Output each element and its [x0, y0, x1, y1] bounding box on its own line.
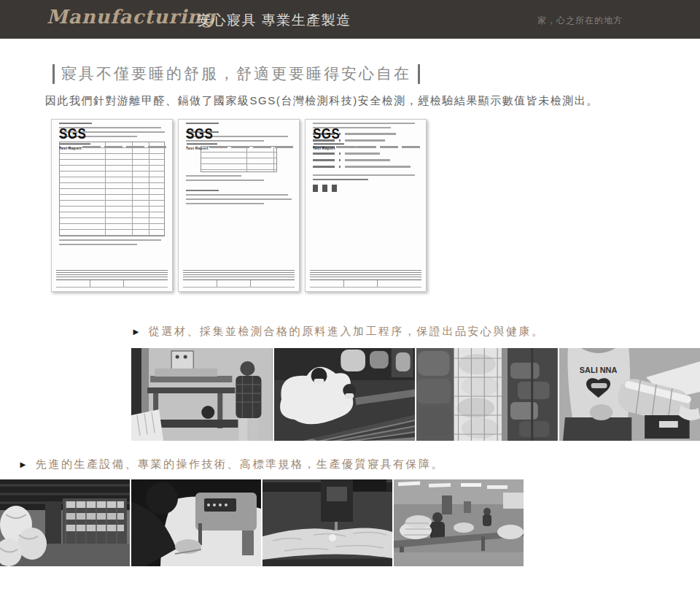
header-tagline: 家，心之所在的地方: [537, 15, 623, 27]
process-step-2-text: 先進的生產設備、專業的操作技術、高標準規格，生產優質寢具有保障。: [36, 458, 444, 471]
photo-weighing-wrapped-roll: SALI NNA: [559, 348, 700, 441]
heading-text: 寢具不僅要睡的舒服，舒適更要睡得安心自在: [61, 63, 411, 84]
section-description: 因此我們針對游離甲醛、鎘做了國家級SGS(台灣檢測科技)安全檢測，經檢驗結果顯示…: [45, 94, 599, 108]
photo-row-materials: SALI NNA: [131, 348, 700, 441]
arrow-icon: ►: [18, 459, 28, 470]
report-fine-print: [56, 269, 168, 288]
photo-quilting-machine: [262, 479, 392, 566]
sgs-logo: SGS: [313, 126, 340, 143]
photo-duvet-filling-workers: [274, 348, 416, 441]
analysis-table: [201, 146, 277, 172]
photo-warehouse-wrapped-rolls: [0, 479, 130, 566]
brand-script-logo: Manufacturing: [47, 6, 216, 28]
photo-quilt-pressing-machine: [131, 348, 273, 441]
photo-row-production: [0, 479, 524, 566]
heading-right-bar: [418, 64, 420, 84]
process-step-1-text: 從選材、採集並檢測合格的原料進入加工程序，保證出品安心與健康。: [149, 325, 545, 339]
report-header-meta: [82, 146, 166, 148]
header-title: 安心寢具 專業生產製造: [197, 11, 351, 30]
sgs-logo: SGS: [186, 126, 213, 143]
process-step-1: ► 從選材、採集並檢測合格的原料進入加工程序，保證出品安心與健康。: [131, 325, 544, 339]
sgs-logo: SGS: [59, 126, 86, 143]
sgs-certificates: SGS Test Report SGS Test Report: [51, 119, 427, 292]
report-fine-print: [310, 269, 421, 288]
process-step-2: ► 先進的生產設備、專業的操作技術、高標準規格，生產優質寢具有保障。: [18, 458, 444, 471]
test-report-label: Test Report: [186, 146, 209, 150]
sgs-test-report-3: SGS Test Report: [305, 119, 427, 292]
heading-left-bar: [52, 64, 55, 84]
section-heading: 寢具不僅要睡的舒服，舒適更要睡得安心自在: [52, 63, 420, 84]
test-result-table: [59, 142, 165, 236]
warehouse-wrapped-rolls-image: [0, 479, 130, 566]
report-fine-print: [183, 269, 295, 288]
quilting-machine-image: [262, 479, 392, 566]
photo-stacked-pillow-bags: [416, 348, 558, 441]
sewing-machine-closeup-image: [131, 479, 261, 566]
quilt-pressing-machine-image: [131, 348, 273, 441]
photo-sewing-factory-floor: [394, 479, 524, 566]
arrow-icon: ►: [131, 326, 141, 337]
sgs-test-report-2: SGS Test Report: [178, 119, 300, 292]
sewing-factory-floor-image: [394, 479, 524, 566]
report-header-meta: [336, 146, 420, 148]
header-bar: Manufacturing 安心寢具 專業生產製造 家，心之所在的地方: [0, 0, 700, 39]
report-header-meta: [209, 146, 293, 148]
duvet-filling-workers-image: [274, 348, 416, 441]
test-report-label: Test Report: [59, 146, 82, 150]
stacked-pillow-bags-image: [416, 348, 558, 441]
manufacturing-page: Manufacturing 安心寢具 專業生產製造 家，心之所在的地方 寢具不僅…: [0, 0, 700, 594]
sgs-test-report-1: SGS Test Report: [51, 119, 173, 292]
weighing-wrapped-roll-image: SALI NNA: [559, 348, 700, 441]
test-report-label: Test Report: [313, 146, 335, 150]
shirt-text: SALI NNA: [579, 366, 617, 374]
signature-marks: [313, 185, 419, 192]
photo-sewing-machine-closeup: [131, 479, 261, 566]
